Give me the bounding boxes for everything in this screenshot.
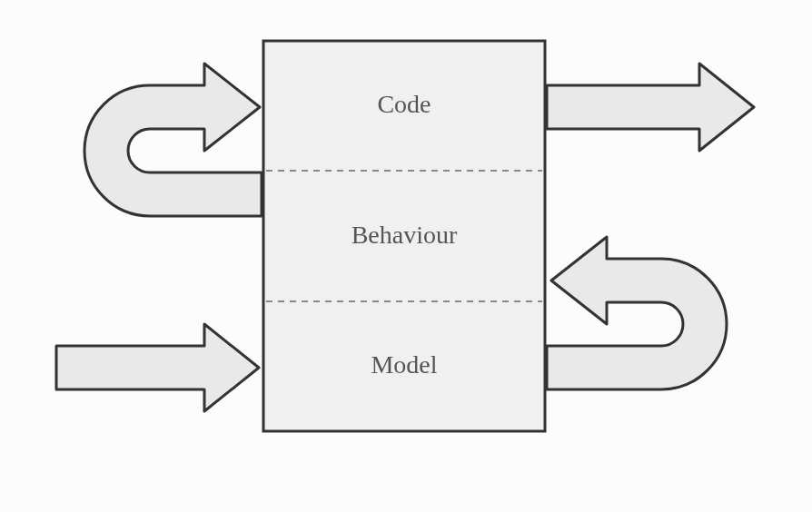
section-model-label: Model: [371, 350, 437, 379]
section-code-label: Code: [377, 90, 431, 118]
arrow-model-in: [56, 324, 259, 411]
arrow-model-to-behaviour-shape: [547, 237, 727, 389]
arrow-code-out: [547, 64, 754, 151]
flow-diagram: Code Behaviour Model: [0, 0, 812, 512]
arrow-behaviour-to-code: [84, 64, 262, 216]
section-behaviour-label: Behaviour: [352, 221, 458, 249]
arrow-model-to-behaviour: [547, 193, 772, 433]
